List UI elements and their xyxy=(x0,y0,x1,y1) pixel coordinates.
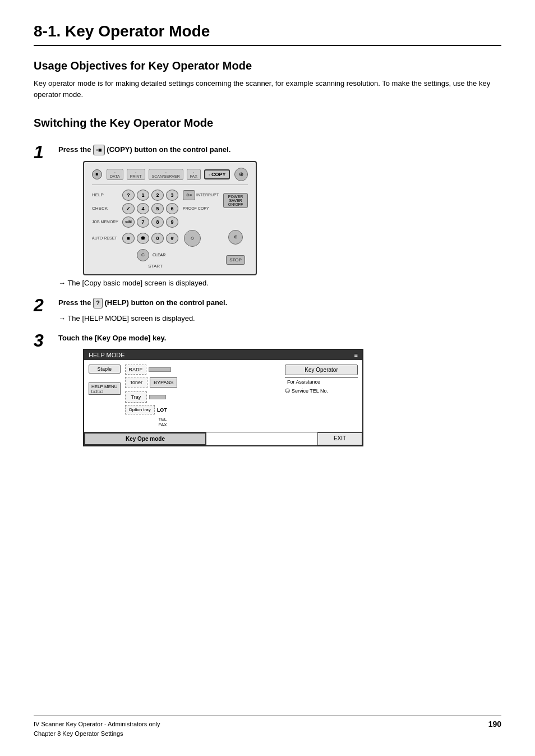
check-label: CHECK xyxy=(92,206,120,211)
fax-label: FAX xyxy=(159,422,280,427)
for-assistance-item: For Assistance xyxy=(285,377,358,386)
bypass-item: BYPASS xyxy=(150,377,177,388)
key-ope-mode-key[interactable]: Key Ope mode xyxy=(84,432,206,445)
step-3-number: 3 xyxy=(34,330,58,351)
cp-key-star: ✱ xyxy=(137,233,149,244)
cp-start-btn: ◇ xyxy=(184,230,201,247)
job-memory-label: JOB MEMORY xyxy=(92,220,120,224)
panel-left: HELP ? 1 2 3 ⊙= INTERRUPT xyxy=(92,190,219,269)
step-2-number: 2 xyxy=(34,295,58,316)
keypad-row-1: HELP ? 1 2 3 ⊙= INTERRUPT xyxy=(92,190,219,201)
control-panel: ■ ◦ DATA ◦ PRINT ◦ SCAN/SERVER xyxy=(83,161,257,275)
step-2-content: Press the ? (HELP) button on the control… xyxy=(58,297,501,322)
cp-data-btn: ◦ DATA xyxy=(107,169,123,180)
cp-key-4: 4 xyxy=(137,203,149,214)
lot-label: LOT xyxy=(157,407,167,413)
step-3-content: Touch the [Key Ope mode] key. HELP MODE … xyxy=(58,333,501,453)
switching-heading: Switching the Key Operator Mode xyxy=(34,117,501,130)
cp-key-3: 3 xyxy=(166,190,178,201)
keypad-row-2: CHECK ✓ 4 5 6 PROOF COPY xyxy=(92,203,219,214)
step-2: 2 Press the ? (HELP) button on the contr… xyxy=(34,297,501,322)
page-title: 8-1. Key Operator Mode xyxy=(34,22,501,46)
step-1-number: 1 xyxy=(34,142,58,163)
keypad-row-3: JOB MEMORY ⇐M 7 8 9 xyxy=(92,216,219,228)
footer-line1: IV Scanner Key Operator - Administrators… xyxy=(34,720,160,730)
staple-key: Staple xyxy=(89,365,121,374)
step-1-instruction: Press the ◦■ (COPY) button on the contro… xyxy=(58,144,501,155)
cp-power-btn: POWER SAVER ON/OFF xyxy=(223,193,248,208)
footer-left: IV Scanner Key Operator - Administrators… xyxy=(34,720,160,739)
option-tray-item: Option tray xyxy=(125,405,155,414)
auto-reset-label: AUTO RESET xyxy=(92,236,120,240)
help-mode-body: Staple HELP MENU ≡ ≡ xyxy=(84,360,362,432)
tel-label: TEL xyxy=(159,417,280,422)
help-menu-icon: HELP MENU ≡ ≡ xyxy=(89,382,121,395)
help-mode-titlebar: HELP MODE ≡ xyxy=(84,350,362,360)
usage-objectives-body: Key operator mode is for making detailed… xyxy=(34,78,501,100)
help-mode-screen: HELP MODE ≡ Staple HELP MENU xyxy=(83,349,363,446)
cp-clear-btn: C xyxy=(137,249,149,261)
step-3-instruction: Touch the [Key Ope mode] key. xyxy=(58,333,501,344)
help-right: Key Operator For Assistance ☹ Service TE… xyxy=(285,365,358,427)
usage-objectives-heading: Usage Objectives for Key Operator Mode xyxy=(34,59,501,72)
help-label: HELP xyxy=(92,192,120,197)
cp-key-2: 2 xyxy=(151,190,164,201)
cp-key-5: 5 xyxy=(151,203,164,214)
help-mode-illustration: HELP MODE ≡ Staple HELP MENU xyxy=(83,349,501,446)
step-1-content: Press the ◦■ (COPY) button on the contro… xyxy=(58,144,501,287)
help-mode-icon: ≡ xyxy=(354,352,358,358)
keypad-row-clear: C CLEAR xyxy=(92,249,219,261)
cp-key-8: 8 xyxy=(151,216,164,228)
radf-item: RADF xyxy=(125,365,147,375)
step-3: 3 Touch the [Key Ope mode] key. HELP MOD… xyxy=(34,333,501,453)
cp-key-0: 0 xyxy=(151,233,164,244)
key-operator-key: Key Operator xyxy=(285,365,358,375)
panel-right: POWER SAVER ON/OFF ⊕ STOP xyxy=(223,190,248,269)
cp-key-7: 7 xyxy=(137,216,149,228)
step-1: 1 Press the ◦■ (COPY) button on the cont… xyxy=(34,144,501,287)
footer-line2: Chapter 8 Key Operator Settings xyxy=(34,729,160,739)
cp-key-1: 1 xyxy=(137,190,149,201)
cp-print-btn: ◦ PRINT xyxy=(127,169,145,180)
step-2-note: → The [HELP MODE] screen is displayed. xyxy=(58,314,501,322)
help-left: Staple HELP MENU ≡ ≡ xyxy=(89,365,121,427)
keypad-row-4: AUTO RESET ■ ✱ 0 # ◇ xyxy=(92,230,219,247)
footer-page-number: 190 xyxy=(488,720,501,729)
step-1-note: → The [Copy basic mode] screen is displa… xyxy=(58,279,501,287)
cp-key-auto-reset: ■ xyxy=(122,233,135,244)
cp-key-help: ? xyxy=(122,190,135,201)
help-mode-title-text: HELP MODE xyxy=(89,352,125,358)
copy-button-inline: ◦■ xyxy=(93,145,105,155)
cp-top-row: ■ ◦ DATA ◦ PRINT ◦ SCAN/SERVER xyxy=(92,168,248,185)
usage-objectives-section: Usage Objectives for Key Operator Mode K… xyxy=(34,59,501,100)
exit-key[interactable]: EXIT xyxy=(317,432,362,445)
cp-key-job-mem: ⇐M xyxy=(122,216,135,228)
help-button-inline: ? xyxy=(93,298,103,308)
clear-label: CLEAR xyxy=(153,253,165,257)
step-2-instruction: Press the ? (HELP) button on the control… xyxy=(58,297,501,308)
control-panel-illustration: ■ ◦ DATA ◦ PRINT ◦ SCAN/SERVER xyxy=(83,161,501,275)
cp-scan-server-btn: ◦ SCAN/SERVER xyxy=(149,169,183,180)
service-tel-item: ☹ Service TEL No. xyxy=(285,388,358,394)
cp-key-6: 6 xyxy=(166,203,178,214)
cp-key-check: ✓ xyxy=(122,203,135,214)
cp-copy-btn: ◦ COPY xyxy=(204,169,230,179)
help-center: RADF Toner BYPASS Tray xyxy=(125,365,280,427)
cp-fax-btn: ◦ FAX xyxy=(187,169,201,180)
cp-key-hash: # xyxy=(166,233,178,244)
switching-section: Switching the Key Operator Mode 1 Press … xyxy=(34,117,501,452)
cp-key-9: 9 xyxy=(166,216,178,228)
toner-item: Toner xyxy=(125,377,148,388)
start-label: START xyxy=(92,264,219,269)
cp-stop-btn: STOP xyxy=(226,255,245,265)
help-mode-footer: Key Ope mode EXIT xyxy=(84,432,362,445)
page-footer: IV Scanner Key Operator - Administrators… xyxy=(34,716,501,739)
cp-circle-btn-2: ⊕ xyxy=(228,230,243,245)
tray-item: Tray xyxy=(125,391,147,403)
panel-main: HELP ? 1 2 3 ⊙= INTERRUPT xyxy=(92,190,248,269)
